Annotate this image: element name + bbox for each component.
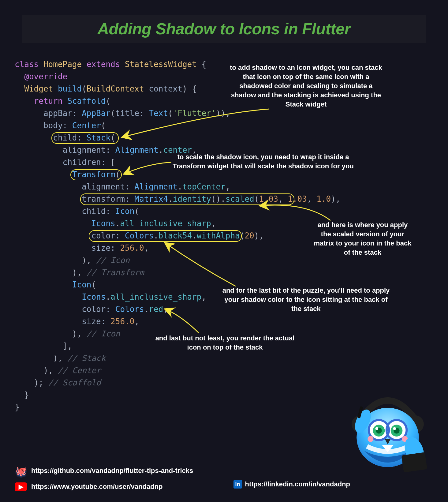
svg-point-11 <box>375 427 378 430</box>
youtube-link[interactable]: ▶ https://www.youtube.com/user/vandadnp <box>15 482 433 491</box>
footer: 🐙 https://github.com/vandadnp/flutter-ti… <box>15 459 433 491</box>
title-bar: Adding Shadow to Icons in Flutter <box>22 15 426 43</box>
annot-scaled: and here is where you apply the scaled v… <box>312 220 413 257</box>
youtube-url: https://www.youtube.com/user/vandadnp <box>31 483 162 491</box>
linkedin-link[interactable]: in https://linkedin.com/in/vandadnp <box>233 480 350 489</box>
svg-point-12 <box>393 427 396 430</box>
page-title: Adding Shadow to Icons in Flutter <box>97 20 350 38</box>
code-block: class HomePage extends StatelessWidget {… <box>15 58 341 413</box>
github-icon: 🐙 <box>15 466 27 475</box>
annot-actual-icon: and last but not least, you render the a… <box>153 334 297 352</box>
annot-shadow-color: and for the last bit of the puzzle, you'… <box>220 286 392 313</box>
svg-point-16 <box>368 436 373 442</box>
youtube-icon: ▶ <box>15 482 27 491</box>
github-url: https://github.com/vandadnp/flutter-tips… <box>31 467 193 475</box>
linkedin-icon: in <box>233 480 242 489</box>
github-link[interactable]: 🐙 https://github.com/vandadnp/flutter-ti… <box>15 466 433 475</box>
annot-transform: to scale the shadow icon, you need to wr… <box>171 152 355 171</box>
linkedin-url: https://linkedin.com/in/vandadnp <box>245 480 350 488</box>
annot-stack: to add shadow to an Icon widget, you can… <box>226 63 386 109</box>
